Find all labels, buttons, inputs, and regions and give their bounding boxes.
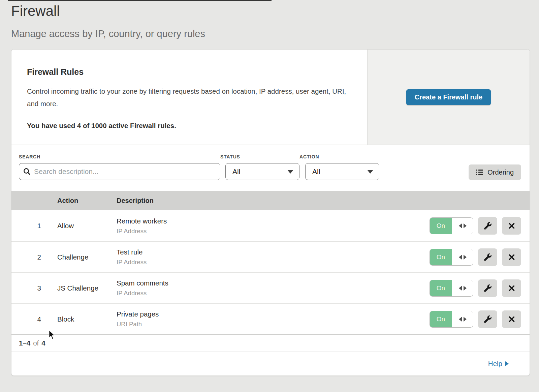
search-field-wrap <box>19 163 220 180</box>
rule-enabled-toggle[interactable]: On <box>430 280 473 297</box>
close-icon <box>508 285 515 292</box>
create-firewall-rule-button[interactable]: Create a Firewall rule <box>406 89 491 105</box>
rule-description: Private pages URI Path <box>117 310 430 328</box>
rule-controls: On <box>430 310 530 328</box>
intro-section: Firewall Rules Control incoming traffic … <box>11 50 530 145</box>
rule-description: Test rule IP Address <box>117 248 430 266</box>
delete-rule-button[interactable] <box>502 248 521 266</box>
left-right-arrows-icon[interactable] <box>452 218 473 234</box>
help-link-label: Help <box>488 360 502 368</box>
rule-description-title: Remote workers <box>117 217 430 225</box>
action-select[interactable]: All <box>305 163 379 180</box>
action-filter-group: ACTION All <box>299 154 379 180</box>
rule-controls: On <box>430 217 530 235</box>
toggle-on-label: On <box>430 249 452 265</box>
edit-rule-button[interactable] <box>478 310 497 328</box>
pagination-range: 1–4 <box>19 339 30 347</box>
rule-description-title: Test rule <box>117 248 430 256</box>
status-label: STATUS <box>220 154 299 159</box>
search-input[interactable] <box>19 163 220 180</box>
status-filter-group: STATUS All <box>220 154 299 180</box>
card-description: Control incoming traffic to your zone by… <box>27 85 347 110</box>
wrench-icon <box>484 253 492 261</box>
rule-description: Spam comments IP Address <box>117 279 430 297</box>
chevron-down-icon <box>287 170 293 174</box>
rule-action: Challenge <box>57 253 117 261</box>
action-column-header: Action <box>57 197 117 205</box>
rule-action: JS Challenge <box>57 284 117 292</box>
rule-enabled-toggle[interactable]: On <box>430 249 473 266</box>
rule-action: Block <box>57 315 117 323</box>
rule-description-title: Spam comments <box>117 279 430 287</box>
rule-enabled-toggle[interactable]: On <box>430 217 473 234</box>
close-icon <box>508 222 515 229</box>
page-header: Firewall Manage access by IP, country, o… <box>0 0 539 39</box>
left-right-arrows-icon[interactable] <box>452 311 473 327</box>
table-row: 2 Challenge Test rule IP Address On <box>11 241 530 272</box>
rule-description-title: Private pages <box>117 310 430 318</box>
create-rule-panel: Create a Firewall rule <box>367 50 530 145</box>
status-selected-value: All <box>232 168 240 176</box>
wrench-icon <box>484 315 492 323</box>
close-icon <box>508 254 515 261</box>
card-title: Firewall Rules <box>27 67 347 77</box>
rule-controls: On <box>430 248 530 266</box>
pagination-row: 1–4 of 4 <box>11 334 530 352</box>
list-ordering-icon <box>476 169 483 175</box>
intro-text-panel: Firewall Rules Control incoming traffic … <box>11 50 367 145</box>
description-column-header: Description <box>117 197 530 205</box>
edit-rule-button[interactable] <box>478 248 497 266</box>
delete-rule-button[interactable] <box>502 279 521 297</box>
edit-rule-button[interactable] <box>478 279 497 297</box>
screen-capture-artifact <box>8 0 272 1</box>
rule-priority: 4 <box>11 315 41 323</box>
search-icon <box>23 168 31 175</box>
arrow-right-icon <box>505 361 509 366</box>
usage-summary: You have used 4 of 1000 active Firewall … <box>27 122 347 130</box>
pagination-of: of <box>33 339 39 347</box>
page-subtitle: Manage access by IP, country, or query r… <box>11 28 539 39</box>
rule-action: Allow <box>57 222 117 230</box>
pagination-total: 4 <box>41 339 45 347</box>
rule-priority: 1 <box>11 222 41 230</box>
rule-match-field: URI Path <box>117 321 430 328</box>
ordering-button-label: Ordering <box>487 169 514 176</box>
search-filter-group: SEARCH <box>19 154 220 180</box>
close-icon <box>508 316 515 323</box>
action-label: ACTION <box>299 154 379 159</box>
table-row: 4 Block Private pages URI Path On <box>11 303 530 334</box>
rule-priority: 2 <box>11 253 41 261</box>
rule-match-field: IP Address <box>117 290 430 297</box>
rule-match-field: IP Address <box>117 228 430 235</box>
rule-description: Remote workers IP Address <box>117 217 430 235</box>
table-header: Action Description <box>11 191 530 210</box>
page-title: Firewall <box>11 3 539 19</box>
rule-controls: On <box>430 279 530 297</box>
action-selected-value: All <box>312 168 320 176</box>
table-row: 3 JS Challenge Spam comments IP Address … <box>11 272 530 303</box>
rule-match-field: IP Address <box>117 259 430 266</box>
left-right-arrows-icon[interactable] <box>452 249 473 265</box>
toggle-on-label: On <box>430 311 452 327</box>
wrench-icon <box>484 222 492 230</box>
search-label: SEARCH <box>19 154 220 159</box>
edit-rule-button[interactable] <box>478 217 497 235</box>
table-row: 1 Allow Remote workers IP Address On <box>11 210 530 241</box>
status-select[interactable]: All <box>225 163 299 180</box>
rule-priority: 3 <box>11 284 41 292</box>
delete-rule-button[interactable] <box>502 310 521 328</box>
help-row: Help <box>11 352 530 375</box>
delete-rule-button[interactable] <box>502 217 521 235</box>
filter-bar: SEARCH STATUS All ACTION All <box>11 145 530 191</box>
rule-enabled-toggle[interactable]: On <box>430 311 473 328</box>
wrench-icon <box>484 284 492 292</box>
toggle-on-label: On <box>430 280 452 296</box>
help-link[interactable]: Help <box>488 360 509 368</box>
left-right-arrows-icon[interactable] <box>452 280 473 296</box>
chevron-down-icon <box>367 170 373 174</box>
ordering-button[interactable]: Ordering <box>469 164 521 180</box>
toggle-on-label: On <box>430 218 452 234</box>
firewall-rules-card: Firewall Rules Control incoming traffic … <box>11 49 530 376</box>
